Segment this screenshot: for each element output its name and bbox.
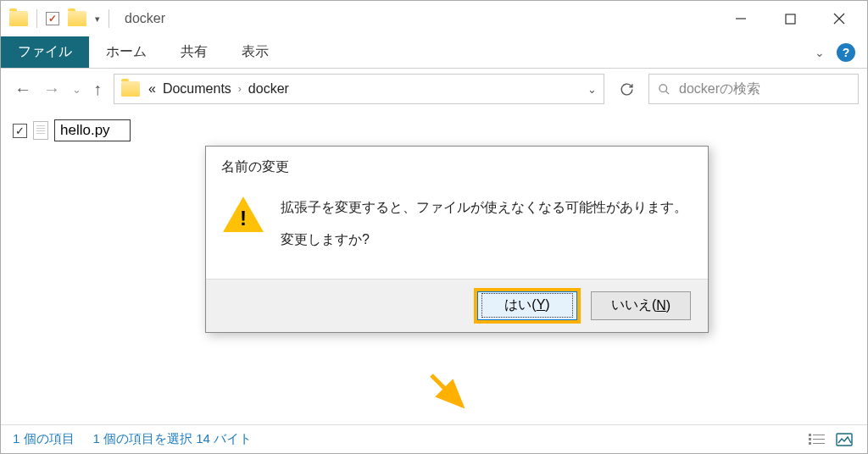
history-dropdown-icon[interactable]: ⌄ (72, 83, 81, 96)
details-view-icon (809, 433, 826, 446)
view-toggles (806, 430, 855, 449)
breadcrumb-parent[interactable]: Documents (163, 81, 231, 97)
qat-separator (108, 9, 109, 28)
file-icon (33, 121, 48, 140)
search-placeholder: dockerの検索 (679, 80, 760, 98)
qat-separator (36, 9, 37, 28)
svg-line-5 (665, 91, 669, 94)
address-bar[interactable]: « Documents › docker ⌄ (114, 74, 604, 104)
qat-properties-icon[interactable]: ✓ (46, 12, 59, 25)
back-button[interactable]: ← (14, 80, 31, 99)
refresh-button[interactable] (611, 74, 642, 104)
svg-point-4 (659, 84, 667, 91)
search-icon (658, 83, 670, 96)
yes-button[interactable]: はい(Y) (477, 291, 577, 320)
titlebar-left: ✓ ▾ docker (4, 9, 716, 28)
maximize-icon (785, 14, 796, 25)
list-item[interactable]: ✓ hello.py (13, 119, 131, 141)
statusbar: 1 個の項目 1 個の項目を選択 14 バイト (1, 424, 867, 453)
window-controls (716, 2, 864, 36)
view-thumbnails-button[interactable] (833, 430, 855, 449)
svg-rect-11 (813, 439, 825, 440)
chevron-right-icon[interactable]: › (238, 83, 242, 95)
status-item-count: 1 個の項目 (13, 431, 75, 447)
chevron-down-icon[interactable]: ⌄ (587, 83, 597, 96)
ribbon-collapse-icon[interactable]: ⌄ (815, 46, 825, 59)
svg-rect-10 (809, 438, 811, 440)
search-box[interactable]: dockerの検索 (648, 74, 859, 104)
no-label-prefix: いいえ( (611, 296, 656, 314)
annotation-arrow-icon (425, 368, 476, 419)
filename-rename-input[interactable]: hello.py (54, 119, 131, 141)
close-button[interactable] (815, 2, 864, 36)
minimize-icon (735, 13, 747, 25)
svg-rect-12 (809, 442, 811, 445)
svg-line-7 (431, 375, 462, 406)
breadcrumb: « Documents › docker (148, 81, 289, 97)
svg-rect-13 (813, 443, 825, 444)
svg-rect-9 (813, 435, 825, 435)
dialog-title: 名前の変更 (206, 147, 708, 183)
tab-home[interactable]: ホーム (89, 36, 164, 68)
dialog-message: 拡張子を変更すると、ファイルが使えなくなる可能性があります。 変更しますか? (281, 191, 687, 257)
yes-label-key: Y (537, 297, 546, 312)
dialog-message-line2: 変更しますか? (281, 224, 687, 256)
rename-confirm-dialog: 名前の変更 ! 拡張子を変更すると、ファイルが使えなくなる可能性があります。 変… (205, 146, 709, 333)
svg-rect-1 (786, 14, 795, 24)
yes-label-suffix: ) (545, 297, 549, 312)
ribbon-spacer (286, 36, 815, 68)
breadcrumb-current[interactable]: docker (248, 81, 289, 97)
tab-view[interactable]: 表示 (225, 36, 286, 68)
dialog-body: ! 拡張子を変更すると、ファイルが使えなくなる可能性があります。 変更しますか? (206, 183, 708, 279)
status-selection: 1 個の項目を選択 14 バイト (93, 431, 253, 447)
warning-icon: ! (223, 197, 264, 232)
navbar: ← → ⌄ ↑ « Documents › docker ⌄ (1, 69, 867, 109)
forward-button[interactable]: → (43, 80, 60, 99)
tab-share[interactable]: 共有 (164, 36, 225, 68)
addr-right: ⌄ (587, 83, 597, 96)
no-label-suffix: ) (666, 298, 670, 313)
view-details-button[interactable] (806, 430, 828, 449)
thumbnails-view-icon (836, 433, 853, 446)
no-label-key: N (656, 298, 666, 313)
svg-rect-8 (809, 434, 811, 436)
close-icon (833, 13, 845, 25)
ribbon-right: ⌄ ? (815, 36, 867, 68)
no-button[interactable]: いいえ(N) (591, 291, 691, 320)
help-icon[interactable]: ? (837, 43, 855, 62)
item-checkbox[interactable]: ✓ (13, 124, 27, 138)
refresh-icon (620, 82, 634, 97)
dialog-message-line1: 拡張子を変更すると、ファイルが使えなくなる可能性があります。 (281, 191, 687, 224)
tab-file[interactable]: ファイル (1, 36, 89, 68)
dialog-buttons: はい(Y) いいえ(N) (206, 279, 708, 332)
up-button[interactable]: ↑ (93, 80, 102, 99)
minimize-button[interactable] (716, 2, 765, 36)
window-title: docker (125, 11, 165, 26)
maximize-button[interactable] (765, 2, 815, 36)
qat-dropdown-icon[interactable]: ▾ (95, 14, 100, 25)
titlebar: ✓ ▾ docker (1, 1, 867, 36)
breadcrumb-prefix: « (148, 81, 153, 97)
nav-arrows: ← → ⌄ ↑ (9, 80, 107, 99)
ribbon-tabs: ファイル ホーム 共有 表示 ⌄ ? (1, 36, 867, 69)
yes-label-prefix: はい( (504, 297, 536, 312)
folder-icon (121, 81, 140, 97)
folder-icon (9, 11, 28, 26)
folder-icon[interactable] (68, 11, 86, 26)
